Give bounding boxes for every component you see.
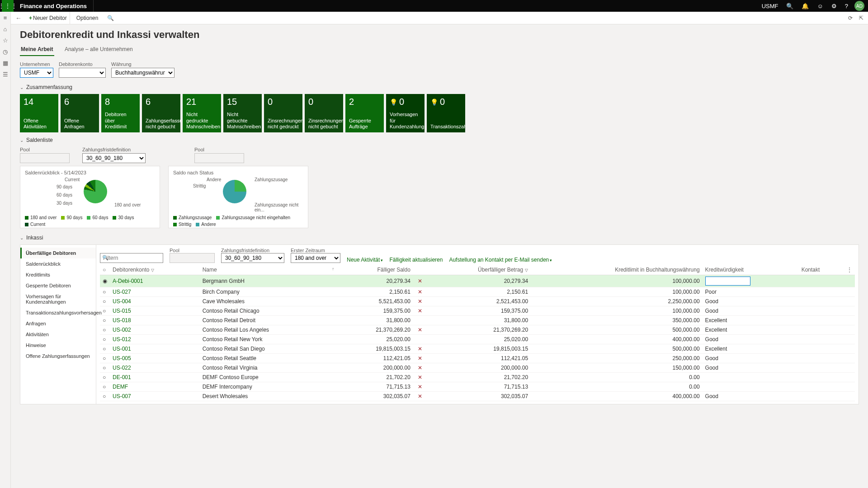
row-select[interactable]: ○ bbox=[100, 363, 110, 373]
col-overdue[interactable]: Überfälliger Betrag▽ bbox=[425, 265, 531, 275]
sidebar-item[interactable]: Gesperrte Debitoren bbox=[20, 280, 96, 291]
pool2-input[interactable] bbox=[194, 153, 244, 163]
refresh-icon[interactable]: ⟳ bbox=[848, 15, 853, 21]
workspaces-icon[interactable]: ▦ bbox=[3, 60, 8, 66]
summary-tile[interactable]: 0Zinsrechnungen nicht gebucht bbox=[305, 94, 343, 132]
account-link[interactable]: US-002 bbox=[113, 327, 131, 333]
help-icon[interactable]: ? bbox=[841, 3, 852, 9]
account-link[interactable]: US-004 bbox=[113, 298, 131, 305]
new-customer-button[interactable]: +Neuer Debitor bbox=[26, 12, 70, 24]
feedback-icon[interactable]: ☺ bbox=[813, 3, 826, 9]
send-statement-button[interactable]: Aufstellung an Kontakt per E-Mail senden… bbox=[449, 257, 552, 263]
summary-tile[interactable]: 6Zahlungserfassung nicht gebucht bbox=[142, 94, 180, 132]
summary-tile[interactable]: 💡0Vorhersagen für Kundenzahlungen bbox=[386, 94, 425, 132]
recent-icon[interactable]: ◷ bbox=[3, 48, 8, 55]
company-picker[interactable]: USMF bbox=[758, 3, 782, 9]
account-link[interactable]: A-Debi-0001 bbox=[113, 278, 143, 284]
summary-tile[interactable]: 14Offene Aktivitäten bbox=[20, 94, 58, 132]
account-select[interactable] bbox=[59, 68, 106, 78]
row-select[interactable]: ○ bbox=[100, 344, 110, 354]
row-select[interactable]: ○ bbox=[100, 382, 110, 392]
table-row[interactable]: ○US-015Contoso Retail Chicago159,375.00✕… bbox=[100, 306, 855, 316]
summary-tile[interactable]: 8Debitoren über Kreditlimit bbox=[101, 94, 140, 132]
ink-period-select[interactable]: 180 and over bbox=[291, 253, 340, 263]
inkasso-header[interactable]: ⌄ Inkassi bbox=[20, 235, 859, 241]
avatar[interactable]: AD bbox=[854, 1, 864, 11]
summary-tile[interactable]: 0Zinsrechnungen nicht gedruckt bbox=[264, 94, 302, 132]
update-aging-button[interactable]: Fälligkeit aktualisieren bbox=[389, 257, 443, 263]
company-select[interactable]: USMF bbox=[20, 68, 53, 78]
table-row[interactable]: ◉A-Debi-0001Bergmann GmbH20,279.34✕20,27… bbox=[100, 275, 855, 287]
new-activity-button[interactable]: Neue Aktivität▾ bbox=[347, 257, 383, 263]
account-link[interactable]: DEMF bbox=[113, 384, 128, 390]
favorites-icon[interactable]: ☆ bbox=[3, 37, 8, 44]
row-select[interactable]: ○ bbox=[100, 325, 110, 335]
summary-tile[interactable]: 💡0Transaktionszahlungsvorhersagen bbox=[427, 94, 465, 132]
row-select[interactable]: ○ bbox=[100, 287, 110, 297]
credit-rating-input[interactable] bbox=[705, 277, 750, 286]
search-icon[interactable]: 🔍 bbox=[783, 3, 797, 9]
table-row[interactable]: ○US-005Contoso Retail Seattle112,421.05✕… bbox=[100, 354, 855, 363]
row-select[interactable]: ○ bbox=[100, 316, 110, 325]
row-select[interactable]: ○ bbox=[100, 392, 110, 401]
row-select[interactable]: ○ bbox=[100, 306, 110, 316]
col-name[interactable]: Name↑ bbox=[200, 265, 337, 275]
settings-icon[interactable]: ⚙ bbox=[828, 3, 840, 9]
sidebar-item[interactable]: Hinweise bbox=[20, 340, 96, 351]
tab-my-work[interactable]: Meine Arbeit bbox=[20, 44, 54, 56]
options-button[interactable]: Optionen bbox=[73, 15, 102, 21]
account-link[interactable]: US-007 bbox=[113, 393, 131, 399]
popout-icon[interactable]: ⇱ bbox=[859, 15, 863, 21]
grid-more-icon[interactable]: ⋮ bbox=[844, 265, 855, 275]
col-limit[interactable]: Kreditlimit in Buchhaltungswährung bbox=[531, 265, 703, 275]
account-link[interactable]: US-022 bbox=[113, 365, 131, 371]
balances-header[interactable]: ⌄ Saldenliste bbox=[20, 137, 859, 143]
notification-icon[interactable]: 🔔 bbox=[798, 3, 812, 9]
row-select[interactable]: ○ bbox=[100, 373, 110, 382]
table-row[interactable]: ○DE-001DEMF Contoso Europe21,702.20✕21,7… bbox=[100, 373, 855, 382]
tab-analysis[interactable]: Analyse – alle Unternehmen bbox=[64, 44, 134, 55]
table-row[interactable]: ○US-027Birch Company2,150.61✕2,150.61100… bbox=[100, 287, 855, 297]
aging-select[interactable]: 30_60_90_180 bbox=[82, 153, 146, 163]
sidebar-item[interactable]: Anfragen bbox=[20, 318, 96, 329]
action-search-icon[interactable]: 🔍 bbox=[104, 15, 117, 21]
table-row[interactable]: ○US-002Contoso Retail Los Angeles21,370,… bbox=[100, 325, 855, 335]
summary-tile[interactable]: 2Gesperrte Aufträge bbox=[345, 94, 384, 132]
account-link[interactable]: US-012 bbox=[113, 336, 131, 343]
col-credit[interactable]: Kreditwürdigkeit bbox=[703, 265, 799, 275]
summary-tile[interactable]: 21Nicht gedruckte Mahnschreiben bbox=[183, 94, 221, 132]
grid-filter-input[interactable] bbox=[100, 253, 163, 263]
sidebar-item[interactable]: Vorhersagen für Kundenzahlungen bbox=[20, 291, 96, 307]
col-account[interactable]: Debitorenkonto▽ bbox=[110, 265, 200, 275]
table-row[interactable]: ○US-007Desert Wholesales302,035.07✕302,0… bbox=[100, 392, 855, 401]
sidebar-item[interactable]: Kreditlimits bbox=[20, 269, 96, 280]
table-row[interactable]: ○US-018Contoso Retail Detroit31,800.0031… bbox=[100, 316, 855, 325]
row-select[interactable]: ○ bbox=[100, 354, 110, 363]
currency-select[interactable]: Buchhaltungswährung bbox=[111, 68, 175, 78]
account-link[interactable]: US-015 bbox=[113, 308, 131, 314]
app-launcher[interactable]: ⋮⋮⋮ bbox=[2, 0, 14, 12]
table-row[interactable]: ○US-004Cave Wholesales5,521,453.00✕2,521… bbox=[100, 297, 855, 306]
table-row[interactable]: ○US-022Contoso Retail Virginia200,000.00… bbox=[100, 363, 855, 373]
col-due[interactable]: Fälliger Saldo bbox=[337, 265, 413, 275]
ink-pool-input[interactable] bbox=[170, 253, 215, 263]
sidebar-item[interactable]: Offene Zahlungserfassungen bbox=[20, 351, 96, 361]
sidebar-item[interactable]: Saldenrückblick bbox=[20, 258, 96, 269]
ink-aging-select[interactable]: 30_60_90_180 bbox=[221, 253, 284, 263]
modules-icon[interactable]: ☰ bbox=[3, 71, 8, 78]
account-link[interactable]: DE-001 bbox=[113, 374, 131, 380]
summary-tile[interactable]: 6Offene Anfragen bbox=[61, 94, 99, 132]
sidebar-item[interactable]: Aktivitäten bbox=[20, 329, 96, 340]
table-row[interactable]: ○DEMFDEMF Intercompany71,715.13✕71,715.1… bbox=[100, 382, 855, 392]
menu-icon[interactable]: ≡ bbox=[4, 14, 7, 21]
table-row[interactable]: ○US-001Contoso Retail San Diego19,815,00… bbox=[100, 344, 855, 354]
home-icon[interactable]: ⌂ bbox=[4, 26, 7, 33]
row-select[interactable]: ○ bbox=[100, 297, 110, 306]
account-link[interactable]: US-001 bbox=[113, 346, 131, 352]
table-row[interactable]: ○US-012Contoso Retail New York25,020.002… bbox=[100, 335, 855, 344]
summary-tile[interactable]: 15Nicht gebuchte Mahnschreiben bbox=[223, 94, 262, 132]
account-link[interactable]: US-005 bbox=[113, 355, 131, 361]
row-select[interactable]: ◉ bbox=[100, 275, 110, 287]
account-link[interactable]: US-027 bbox=[113, 289, 131, 295]
pool-input[interactable] bbox=[20, 153, 70, 163]
